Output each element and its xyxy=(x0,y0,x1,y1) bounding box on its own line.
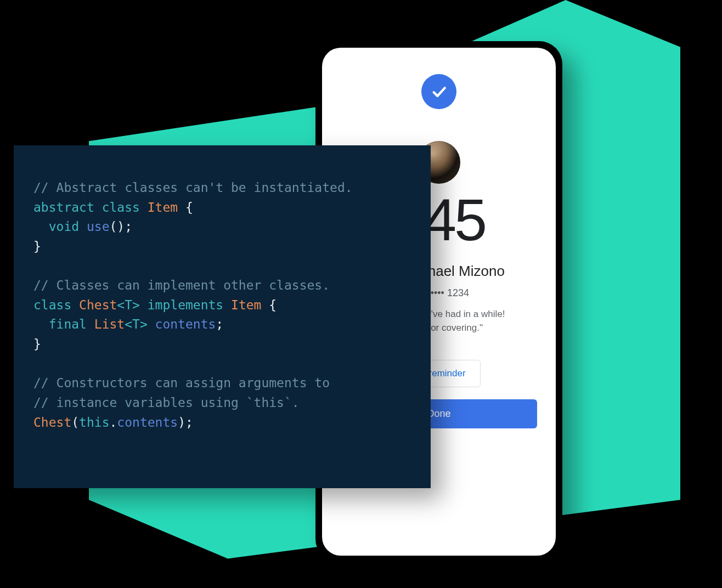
code-keyword: class xyxy=(33,298,71,312)
code-generic: <T> xyxy=(117,298,140,312)
code-keyword: final xyxy=(33,317,87,331)
code-keyword: abstract xyxy=(33,200,94,214)
code-keyword: void xyxy=(33,219,79,234)
code-field: contents xyxy=(148,317,216,331)
code-text: ; xyxy=(216,317,223,331)
code-keyword: implements xyxy=(140,298,223,312)
code-type: Item xyxy=(223,298,261,312)
code-text: . xyxy=(110,415,117,429)
code-method: use xyxy=(79,219,109,234)
code-text: { xyxy=(261,298,277,312)
code-text: } xyxy=(33,239,41,253)
code-comment: // Classes can implement other classes. xyxy=(33,278,330,292)
code-keyword: this xyxy=(79,415,109,429)
code-comment: // instance variables using `this`. xyxy=(33,395,300,410)
code-text: (); xyxy=(109,219,132,234)
code-type: List xyxy=(87,317,125,331)
success-check-icon xyxy=(421,74,456,109)
code-keyword: class xyxy=(102,200,140,214)
code-field: contents xyxy=(117,415,178,429)
code-type: Chest xyxy=(71,298,117,312)
code-text: } xyxy=(33,337,41,351)
code-text: ); xyxy=(178,415,193,429)
code-comment: // Constructors can assign arguments to xyxy=(33,376,330,390)
code-panel: // Abstract classes can't be instantiate… xyxy=(14,145,431,488)
code-generic: <T> xyxy=(125,317,148,331)
code-comment: // Abstract classes can't be instantiate… xyxy=(33,180,353,195)
code-text: ( xyxy=(71,415,79,429)
code-text: { xyxy=(178,200,193,214)
code-type: Chest xyxy=(33,415,71,429)
code-type: Item xyxy=(148,200,178,214)
